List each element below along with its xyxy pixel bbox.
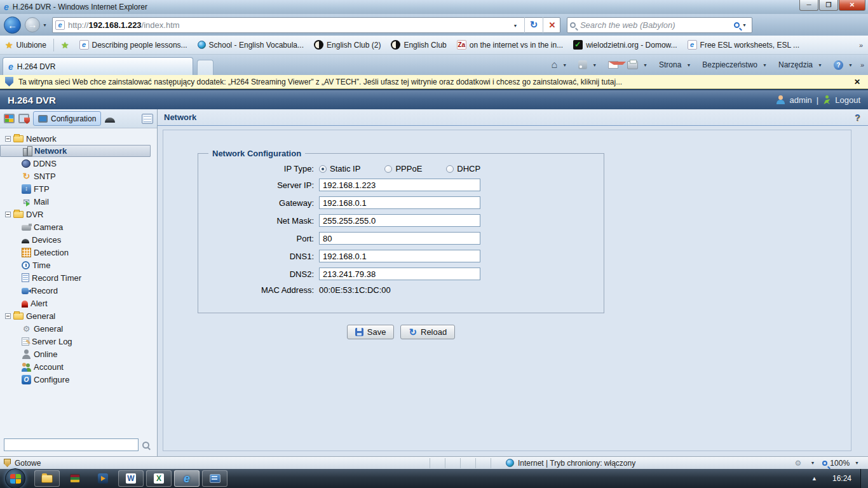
collapse-icon[interactable] [5, 136, 11, 142]
favorite-item[interactable]: School - English Vocabula... [193, 37, 309, 53]
configuration-button[interactable]: Configuration [33, 111, 101, 126]
taskbar-item-media-player[interactable] [90, 470, 116, 487]
gateway-input[interactable] [319, 196, 480, 209]
sidebar-item-time[interactable]: Time [0, 259, 157, 271]
close-button[interactable]: ✕ [839, 0, 865, 11]
content-help-icon[interactable]: ? [855, 112, 864, 122]
address-bar[interactable]: e http://192.168.1.223/index.htm ▼ ↻ ✕ [52, 17, 560, 33]
sidebar-item-camera[interactable]: Camera [0, 220, 157, 233]
protected-mode-icon[interactable]: ⚙ [794, 459, 803, 467]
sidebar-search-input[interactable] [4, 438, 139, 451]
collapse-icon[interactable] [5, 212, 11, 217]
address-url[interactable]: http://192.168.1.223/index.htm [68, 20, 508, 30]
favorite-item[interactable]: wielodzietni.org - Domow... [568, 37, 682, 53]
help-button[interactable]: ?▼ [830, 57, 859, 72]
favorites-button[interactable]: ★ Ulubione [0, 37, 51, 53]
dns1-input[interactable] [319, 250, 480, 262]
sidebar-item-server-log[interactable]: Server Log [0, 335, 157, 348]
favorites-overflow-chevron[interactable]: » [859, 41, 868, 49]
tree-folder-general[interactable]: General [0, 309, 157, 322]
dns2-input[interactable] [319, 268, 480, 280]
minimize-button[interactable]: ─ [799, 0, 818, 11]
zoom-control[interactable]: 100% ▼ [822, 459, 862, 468]
radio-button-icon[interactable] [446, 165, 454, 173]
taskbar-item-winrar[interactable] [62, 470, 88, 487]
backup-view-icon[interactable] [18, 114, 29, 123]
search-box[interactable]: Search the web (Babylon) ▼ [567, 17, 752, 33]
sidebar-item-mail[interactable]: ✉ Mail [0, 195, 157, 208]
start-button[interactable] [5, 468, 25, 488]
tools-menu[interactable]: Narzędzia▼ [775, 57, 829, 72]
radio-button-icon[interactable] [384, 165, 392, 173]
taskbar-item-word[interactable]: W [118, 470, 144, 487]
port-input[interactable] [319, 232, 480, 245]
forward-button[interactable]: → [25, 17, 40, 32]
sidebar-item-alert[interactable]: Alert [0, 297, 157, 309]
command-overflow-chevron[interactable]: » [860, 61, 864, 69]
sidebar-item-account[interactable]: Account [0, 360, 157, 373]
sidebar-item-network[interactable]: Network [0, 145, 151, 157]
search-go-icon[interactable] [734, 22, 740, 28]
save-button[interactable]: Save [347, 325, 395, 339]
netmask-input[interactable] [319, 214, 480, 227]
zoom-level[interactable]: 100% [830, 459, 850, 468]
tree-folder-network[interactable]: Network [0, 132, 157, 145]
collapse-icon[interactable] [5, 313, 11, 319]
show-desktop-button[interactable] [860, 469, 868, 488]
notification-text[interactable]: Ta witryna sieci Web chce zainstalować n… [18, 78, 622, 86]
reload-button[interactable]: ↻ Reload [400, 325, 455, 339]
sidebar-item-configure[interactable]: O Configure [0, 373, 157, 386]
favorite-item[interactable]: English Club [386, 37, 451, 53]
safety-menu[interactable]: Bezpieczeństwo▼ [698, 57, 773, 72]
taskbar-item-screen-app[interactable] [202, 470, 227, 487]
recent-pages-dropdown[interactable]: ▼ [40, 23, 50, 27]
sidebar-search-icon[interactable] [142, 442, 149, 449]
sidebar-item-detection[interactable]: Detection [0, 246, 157, 259]
page-menu[interactable]: Strona▼ [655, 57, 697, 72]
tree-panel-icon[interactable] [142, 114, 153, 124]
new-tab-stub[interactable] [197, 60, 214, 75]
sidebar-item-ddns[interactable]: DDNS [0, 157, 157, 170]
sidebar-item-record-timer[interactable]: Record Timer [0, 271, 157, 284]
back-button[interactable]: ← [4, 17, 21, 34]
taskbar-item-internet-explorer[interactable]: e [174, 470, 200, 487]
search-dropdown[interactable]: ▼ [740, 23, 749, 27]
close-icon[interactable]: ✕ [854, 78, 863, 86]
sidebar-item-ftp[interactable]: ↕ FTP [0, 182, 157, 195]
feeds-button[interactable]: ▼ [574, 57, 603, 72]
taskbar-item-excel[interactable]: X [146, 470, 172, 487]
tab-h264-dvr[interactable]: e H.264 DVR [3, 57, 193, 75]
search-placeholder[interactable]: Search the web (Babylon) [580, 20, 734, 30]
protected-mode-dropdown[interactable]: ▼ [808, 461, 817, 465]
favorite-item[interactable]: English Club (2) [309, 37, 386, 53]
radio-dhcp[interactable]: DHCP [446, 164, 480, 173]
sidebar-item-online[interactable]: Online [0, 348, 157, 360]
radio-pppoe[interactable]: PPPoE [384, 164, 422, 173]
server-ip-input[interactable] [319, 179, 480, 191]
radio-button-icon[interactable] [319, 165, 327, 173]
sidebar-item-sntp[interactable]: ↻ SNTP [0, 170, 157, 182]
camera-dome-icon[interactable] [105, 118, 115, 123]
refresh-button[interactable]: ↻ [526, 19, 541, 30]
sidebar-item-general[interactable]: ⚙ General [0, 322, 157, 335]
taskbar-clock[interactable]: 16:24 [832, 474, 860, 483]
favorite-item[interactable]: e Free ESL worksheets, ESL ... [682, 37, 805, 53]
sidebar-item-record[interactable]: Record [0, 284, 157, 297]
favorite-item[interactable]: e Describing people lessons... [74, 37, 193, 53]
taskbar-item-explorer[interactable] [34, 470, 60, 487]
restore-button[interactable]: ❐ [819, 0, 838, 11]
read-mail-button[interactable] [604, 57, 622, 72]
favorite-item[interactable]: Za on the internet vs in the in... [452, 37, 568, 53]
print-button[interactable]: ▼ [623, 57, 654, 72]
radio-static-ip[interactable]: Static IP [319, 164, 360, 173]
zoom-dropdown[interactable]: ▼ [852, 461, 862, 465]
logout-link[interactable]: Logout [835, 95, 860, 105]
live-view-icon[interactable] [4, 114, 15, 123]
home-button[interactable]: ⌂▼ [548, 57, 574, 72]
address-dropdown[interactable]: ▼ [508, 20, 523, 29]
stop-button[interactable]: ✕ [545, 20, 560, 30]
sidebar-item-devices[interactable]: Devices [0, 233, 157, 246]
tree-folder-dvr[interactable]: DVR [0, 208, 157, 220]
addon-notification-bar[interactable]: Ta witryna sieci Web chce zainstalować n… [0, 75, 868, 89]
add-favorite-button[interactable]: ★ [56, 37, 74, 53]
